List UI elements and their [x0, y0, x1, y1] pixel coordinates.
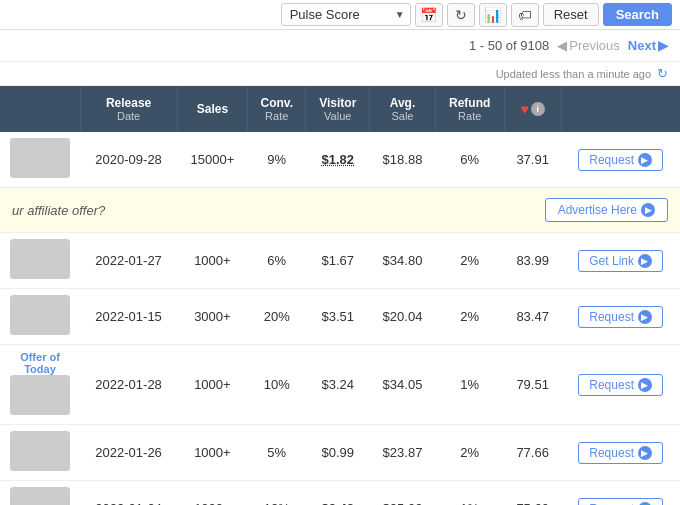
visitor-value-cell: $0.99 [306, 425, 370, 481]
pulse-score-select[interactable]: Pulse Score Gravity Initial $ Recurring … [281, 3, 411, 26]
action-cell: Request ▶ [561, 289, 680, 345]
score-cell: 37.91 [504, 132, 561, 188]
table-row: 2022-01-27 1000+ 6% $1.67 $34.80 2% 83.9… [0, 233, 680, 289]
col-header-visitor-value: Visitor Value [306, 86, 370, 132]
table-header-row: Release Date Sales Conv. Rate Visitor Va… [0, 86, 680, 132]
conv-rate-cell: 12% [248, 481, 306, 506]
refresh-icon-btn[interactable]: ↻ [447, 3, 475, 27]
visitor-value-cell: $3.24 [306, 345, 370, 425]
data-table: Release Date Sales Conv. Rate Visitor Va… [0, 86, 680, 505]
request-button[interactable]: Request ▶ [578, 442, 663, 464]
toolbar: Pulse Score Gravity Initial $ Recurring … [0, 0, 680, 30]
request-button[interactable]: Request ▶ [578, 306, 663, 328]
thumbnail-image [10, 138, 70, 178]
refresh-icon[interactable]: ↻ [657, 66, 668, 81]
product-thumbnail: Offer of Today [0, 345, 80, 425]
conv-rate-cell: 10% [248, 345, 306, 425]
request-button[interactable]: Request ▶ [578, 498, 663, 506]
avg-sale-cell: $34.05 [370, 345, 436, 425]
sales-cell: 15000+ [177, 132, 247, 188]
refund-rate-cell: 1% [435, 345, 504, 425]
thumbnail-image [10, 375, 70, 415]
avg-sale-cell: $25.92 [370, 481, 436, 506]
refund-rate-cell: 6% [435, 132, 504, 188]
reset-button[interactable]: Reset [543, 3, 599, 26]
heart-icon: ♥ [521, 101, 529, 117]
sales-cell: 1000+ [177, 481, 247, 506]
col-header-score: ♥ i [504, 86, 561, 132]
promo-row: ur affiliate offer? Advertise Here ▶ [0, 188, 680, 233]
product-thumbnail [0, 233, 80, 289]
table-row: 2022-01-26 1000+ 5% $0.99 $23.87 2% 77.6… [0, 425, 680, 481]
calendar-icon-btn[interactable]: 📅 [415, 3, 443, 27]
search-button[interactable]: Search [603, 3, 672, 26]
sales-cell: 1000+ [177, 345, 247, 425]
avg-sale-cell: $18.88 [370, 132, 436, 188]
col-header-action [561, 86, 680, 132]
arrow-icon: ▶ [638, 310, 652, 324]
advertise-here-button[interactable]: Advertise Here ▶ [545, 198, 668, 222]
release-date-cell: 2022-01-15 [80, 289, 177, 345]
request-button[interactable]: Request ▶ [578, 374, 663, 396]
request-button[interactable]: Request ▶ [578, 149, 663, 171]
thumbnail-image [10, 487, 70, 505]
refund-rate-cell: 1% [435, 481, 504, 506]
score-cell: 75.69 [504, 481, 561, 506]
updated-bar: Updated less than a minute ago ↻ [0, 62, 680, 86]
arrow-icon: ▶ [638, 378, 652, 392]
tag-icon-btn[interactable]: 🏷 [511, 3, 539, 27]
action-cell: Request ▶ [561, 481, 680, 506]
visitor-value-cell: $3.51 [306, 289, 370, 345]
thumbnail-image [10, 239, 70, 279]
avg-sale-cell: $23.87 [370, 425, 436, 481]
visitor-value-cell: $2.42 [306, 481, 370, 506]
next-button[interactable]: Next ▶ [628, 38, 668, 53]
sales-cell: 1000+ [177, 233, 247, 289]
release-date-cell: 2022-01-27 [80, 233, 177, 289]
sales-cell: 1000+ [177, 425, 247, 481]
table-row: 2022-01-15 3000+ 20% $3.51 $20.04 2% 83.… [0, 289, 680, 345]
table-row: Offer of Today 2022-01-28 1000+ 10% $3.2… [0, 345, 680, 425]
col-header-sales: Sales [177, 86, 247, 132]
release-date-cell: 2022-01-24 [80, 481, 177, 506]
data-table-container: Release Date Sales Conv. Rate Visitor Va… [0, 86, 680, 505]
product-thumbnail [0, 289, 80, 345]
arrow-icon: ▶ [638, 153, 652, 167]
arrow-icon: ▶ [638, 254, 652, 268]
avg-sale-cell: $34.80 [370, 233, 436, 289]
updated-text: Updated less than a minute ago [496, 68, 651, 80]
col-header-refund-rate: Refund Rate [435, 86, 504, 132]
arrow-icon: ▶ [638, 502, 652, 506]
thumbnail-image [10, 431, 70, 471]
table-row: 2022-01-24 1000+ 12% $2.42 $25.92 1% 75.… [0, 481, 680, 506]
action-cell: Get Link ▶ [561, 233, 680, 289]
action-cell: Request ▶ [561, 345, 680, 425]
score-cell: 77.66 [504, 425, 561, 481]
refund-rate-cell: 2% [435, 233, 504, 289]
refund-rate-cell: 2% [435, 289, 504, 345]
conv-rate-cell: 20% [248, 289, 306, 345]
offer-tag: Offer of Today [6, 351, 74, 375]
get-link-button[interactable]: Get Link ▶ [578, 250, 663, 272]
col-header-conv-rate: Conv. Rate [248, 86, 306, 132]
previous-button[interactable]: ◀ Previous [557, 38, 620, 53]
refund-rate-cell: 2% [435, 425, 504, 481]
score-cell: 79.51 [504, 345, 561, 425]
visitor-value-cell: $1.82 [306, 132, 370, 188]
chart-icon-btn[interactable]: 📊 [479, 3, 507, 27]
conv-rate-cell: 9% [248, 132, 306, 188]
sales-cell: 3000+ [177, 289, 247, 345]
conv-rate-cell: 6% [248, 233, 306, 289]
score-cell: 83.99 [504, 233, 561, 289]
info-icon: i [531, 102, 545, 116]
col-header-avg-sale: Avg. Sale [370, 86, 436, 132]
arrow-icon: ▶ [641, 203, 655, 217]
release-date-cell: 2022-01-26 [80, 425, 177, 481]
product-thumbnail [0, 481, 80, 506]
avg-sale-cell: $20.04 [370, 289, 436, 345]
pagination-bar: 1 - 50 of 9108 ◀ Previous Next ▶ [0, 30, 680, 62]
release-date-cell: 2020-09-28 [80, 132, 177, 188]
product-thumbnail [0, 132, 80, 188]
action-cell: Request ▶ [561, 425, 680, 481]
col-header-release-date: Release Date [80, 86, 177, 132]
